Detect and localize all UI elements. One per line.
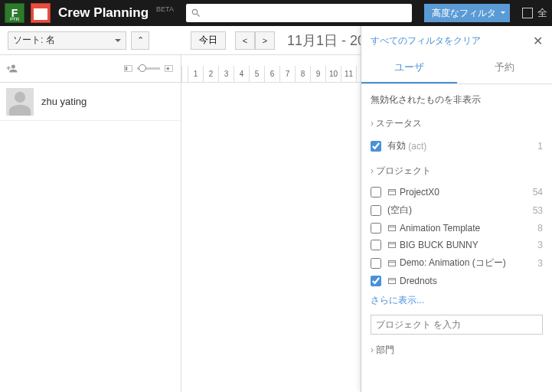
- project-checkbox[interactable]: [371, 223, 381, 234]
- day-cell[interactable]: 11: [341, 66, 357, 82]
- day-cell[interactable]: 1: [188, 66, 204, 82]
- search-input[interactable]: [204, 8, 407, 18]
- logo-sub: PTR: [10, 17, 19, 21]
- advanced-filter-button[interactable]: 高度なフィルタ: [424, 4, 510, 22]
- day-cell[interactable]: [181, 66, 188, 82]
- section-status[interactable]: ステータス: [371, 117, 543, 130]
- zoom-slider[interactable]: [137, 67, 160, 70]
- svg-rect-1: [126, 67, 128, 70]
- svg-rect-10: [389, 260, 396, 266]
- app-title: Crew Planning: [58, 5, 149, 21]
- zoom-thumb[interactable]: [139, 64, 146, 72]
- project-item[interactable]: (空白)53: [371, 201, 543, 220]
- clear-filters-link[interactable]: すべてのフィルタをクリア: [371, 34, 481, 47]
- next-button[interactable]: >: [255, 31, 275, 50]
- day-cell[interactable]: 7: [280, 66, 296, 82]
- project-item[interactable]: Demo: Animation (コピー)3: [371, 253, 543, 273]
- day-cell[interactable]: 8: [296, 66, 311, 82]
- show-more-link[interactable]: さらに表示...: [371, 294, 543, 307]
- zoom-out-thumb-icon[interactable]: [122, 63, 134, 74]
- svg-rect-4: [389, 190, 396, 195]
- project-checkbox[interactable]: [371, 276, 381, 286]
- close-icon[interactable]: ✕: [533, 34, 543, 48]
- day-cell[interactable]: 2: [204, 66, 219, 82]
- status-active-checkbox[interactable]: [371, 141, 381, 152]
- grid-label: 全: [537, 6, 547, 20]
- day-cell[interactable]: 5: [250, 66, 265, 82]
- day-cell[interactable]: 10: [326, 66, 341, 82]
- sort-label: ソート: 名: [13, 34, 55, 47]
- project-filter-input[interactable]: [371, 315, 543, 335]
- section-department[interactable]: 部門: [371, 344, 543, 357]
- user-row[interactable]: zhu yating: [0, 83, 181, 121]
- filter-panel: すべてのフィルタをクリア ✕ ユーザ 予約 無効化されたものを非表示 ステータス…: [361, 26, 552, 392]
- project-item[interactable]: BIG BUCK BUNNY3: [371, 237, 543, 253]
- project-item[interactable]: Drednots: [371, 273, 543, 289]
- svg-point-3: [166, 67, 169, 70]
- svg-rect-8: [389, 243, 396, 248]
- day-cell[interactable]: 6: [265, 66, 280, 82]
- project-checkbox[interactable]: [371, 205, 381, 216]
- day-cell[interactable]: 3: [219, 66, 234, 82]
- status-active-item[interactable]: 有効 (act) 1: [371, 136, 543, 155]
- hide-disabled-label[interactable]: 無効化されたものを非表示: [371, 93, 543, 106]
- section-project[interactable]: プロジェクト: [371, 165, 543, 178]
- project-item[interactable]: Animation Template8: [371, 220, 543, 237]
- zoom-in-thumb-icon[interactable]: [163, 63, 175, 74]
- svg-rect-6: [389, 226, 396, 231]
- day-cell[interactable]: 4: [234, 66, 250, 82]
- day-cell[interactable]: 9: [311, 66, 326, 82]
- project-item[interactable]: ProjectX054: [371, 184, 543, 201]
- svg-rect-12: [389, 279, 396, 284]
- search-box[interactable]: [186, 4, 412, 22]
- beta-badge: BETA: [156, 5, 174, 13]
- add-user-icon[interactable]: [6, 63, 18, 74]
- sort-select[interactable]: ソート: 名: [8, 31, 126, 50]
- user-name: zhu yating: [41, 96, 87, 107]
- avatar: [6, 88, 34, 116]
- tab-booking[interactable]: 予約: [457, 53, 553, 83]
- project-checkbox[interactable]: [371, 258, 381, 269]
- search-icon: [191, 8, 201, 18]
- prev-button[interactable]: <: [235, 31, 255, 50]
- project-checkbox[interactable]: [371, 240, 381, 250]
- ftrack-logo[interactable]: F PTR: [5, 3, 24, 23]
- sort-direction-button[interactable]: ⌃: [131, 31, 149, 50]
- calendar-app-icon[interactable]: [31, 3, 51, 23]
- today-button[interactable]: 今日: [191, 31, 226, 50]
- project-checkbox[interactable]: [371, 187, 381, 198]
- grid-view-icon[interactable]: [522, 8, 533, 18]
- tab-user[interactable]: ユーザ: [361, 53, 457, 83]
